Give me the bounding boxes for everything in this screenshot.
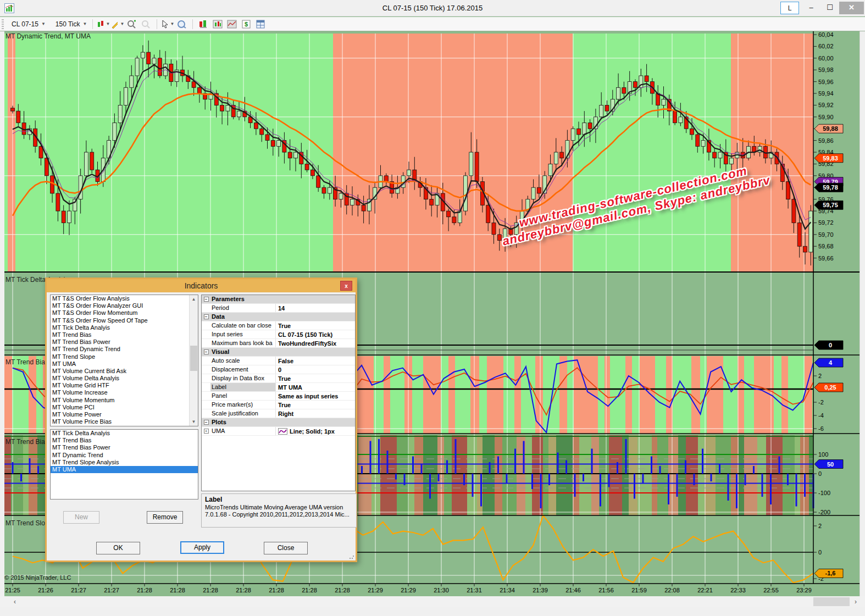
data-box-icon[interactable] <box>175 19 188 30</box>
grid-property-row[interactable]: Auto scaleFalse <box>202 357 355 365</box>
list-scrollbar[interactable]: ▲ ▼ <box>189 295 198 426</box>
zoom-out-icon[interactable] <box>140 19 153 30</box>
grid-group-row[interactable]: −Data <box>202 313 355 321</box>
hscroll-thumb[interactable] <box>813 597 850 606</box>
svg-text:21:56: 21:56 <box>598 587 614 593</box>
list-item[interactable]: MT Trend Dynamic Trend <box>51 346 189 353</box>
copyright-text: © 2015 NinjaTrader, LLC <box>4 574 71 581</box>
list-item[interactable]: MT UMA <box>51 360 189 368</box>
chart-region-icon[interactable] <box>225 19 239 30</box>
dialog-title[interactable]: Indicators <box>47 279 356 292</box>
order-entry-icon[interactable] <box>197 19 210 30</box>
scroll-down-icon[interactable]: ▼ <box>190 418 198 426</box>
dialog-close-button[interactable]: x <box>340 281 352 291</box>
svg-text:60,00: 60,00 <box>818 55 834 62</box>
svg-text:-4: -4 <box>818 412 824 419</box>
scroll-right-icon[interactable]: › <box>851 596 861 607</box>
list-item[interactable]: MT T&S Order Flow Speed Of Tape <box>51 317 189 324</box>
svg-text:59,86: 59,86 <box>818 137 834 144</box>
toolbar-grip[interactable] <box>2 19 4 29</box>
scroll-left-icon[interactable]: ‹ <box>10 596 20 607</box>
scroll-thumb[interactable] <box>190 346 197 371</box>
list-item[interactable]: MT T&S Order Flow Momentum <box>51 309 189 317</box>
svg-text:2: 2 <box>818 523 822 529</box>
added-list-item[interactable]: MT Trend Bias Power <box>51 444 198 451</box>
svg-text:22:21: 22:21 <box>697 587 713 593</box>
grid-property-row[interactable]: LabelMT UMA <box>202 383 355 392</box>
description-box: Label MicroTrends Ultimate Moving Averag… <box>201 493 357 528</box>
svg-text:0: 0 <box>829 342 832 348</box>
added-list-item[interactable]: MT Trend Bias <box>51 437 198 444</box>
svg-text:59,98: 59,98 <box>818 66 834 73</box>
list-item[interactable]: MT Volume Grid HTF <box>51 382 189 389</box>
grid-property-row[interactable]: Period14 <box>202 304 355 313</box>
ok-button[interactable]: OK <box>96 542 140 554</box>
list-item[interactable]: MT Volume Power <box>51 411 189 418</box>
indicators-dialog: Indicators x MT T&S Order Flow AnalysisM… <box>45 278 357 562</box>
data-grid-icon[interactable] <box>254 19 267 30</box>
added-list-item[interactable]: MT Dynamic Trend <box>51 452 198 459</box>
resize-grip[interactable] <box>349 554 354 559</box>
chart-trader-icon[interactable] <box>211 19 224 30</box>
list-item[interactable]: MT Volume Increase <box>51 389 189 396</box>
remove-button[interactable]: Remove <box>147 511 183 524</box>
toolbar-separator <box>192 19 193 29</box>
svg-text:0: 0 <box>818 470 822 477</box>
grid-property-row[interactable]: Price marker(s)True <box>202 401 355 409</box>
grid-group-row[interactable]: −Plots <box>202 418 355 427</box>
scroll-up-icon[interactable]: ▲ <box>190 295 198 303</box>
close-button[interactable]: ✕ <box>839 2 864 14</box>
grid-plot-row[interactable]: +UMALine; Solid; 1px <box>202 427 355 436</box>
list-item[interactable]: MT Volume Price Bias <box>51 418 189 425</box>
list-item[interactable]: MT Volume PCI <box>51 404 189 411</box>
list-item[interactable]: MT Volume Current Bid Ask <box>51 368 189 375</box>
svg-text:21:30: 21:30 <box>434 587 449 593</box>
vertical-scrollbar[interactable] <box>860 31 865 596</box>
grid-group-row[interactable]: −Visual <box>202 348 355 357</box>
svg-text:21:29: 21:29 <box>401 587 416 593</box>
draw-icon[interactable]: ▼ <box>111 19 124 30</box>
grid-property-row[interactable]: Calculate on bar closeTrue <box>202 321 355 330</box>
list-item[interactable]: MT Trend Bias <box>51 331 189 338</box>
added-list-item[interactable]: MT UMA <box>51 466 198 473</box>
available-indicators-list[interactable]: MT T&S Order Flow AnalysisMT T&S Order F… <box>50 295 198 426</box>
list-item[interactable]: MT Trend Slope <box>51 353 189 360</box>
grid-group-row[interactable]: −Parameters <box>202 295 355 304</box>
maximize-button[interactable]: ☐ <box>821 2 839 14</box>
added-list-item[interactable]: MT Trend Slope Analysis <box>51 459 198 466</box>
dialog-close-button-bottom[interactable]: Close <box>264 542 308 554</box>
grid-property-row[interactable]: Display in Data BoxTrue <box>202 374 355 383</box>
link-button[interactable]: L <box>780 2 799 14</box>
properties-grid[interactable]: −ParametersPeriod14−DataCalculate on bar… <box>201 295 356 491</box>
cursor-icon[interactable]: ▼ <box>161 19 174 30</box>
minimize-button[interactable]: – <box>802 2 820 14</box>
account-icon[interactable]: $ <box>240 19 253 30</box>
list-item[interactable]: MT Trend Bias Power <box>51 338 189 346</box>
chart-style-icon[interactable]: ▼ <box>97 19 110 30</box>
instrument-dropdown[interactable]: CL 07-15▼ <box>9 19 48 30</box>
apply-button[interactable]: Apply <box>180 541 224 554</box>
svg-text:59,68: 59,68 <box>818 243 834 249</box>
grid-property-row[interactable]: Scale justificationRight <box>202 409 355 418</box>
interval-dropdown[interactable]: 150 Tick▼ <box>53 19 90 30</box>
svg-text:2: 2 <box>818 373 822 379</box>
grid-property-row[interactable]: Maximum bars look baTwoHundredFiftySix <box>202 339 355 348</box>
svg-text:60,02: 60,02 <box>818 43 834 49</box>
grid-property-row[interactable]: Input seriesCL 07-15 (150 Tick) <box>202 330 355 339</box>
zoom-in-icon[interactable] <box>125 19 138 30</box>
list-item[interactable]: MT T&S Order Flow Analyzer GUI <box>51 302 189 309</box>
grid-property-row[interactable]: PanelSame as input series <box>202 392 355 401</box>
list-item[interactable]: MT T&S Order Flow Analysis <box>51 295 189 302</box>
added-list-item[interactable]: MT Tick Delta Analyis <box>51 430 198 437</box>
list-item[interactable]: MT Volume Delta Analyis <box>51 375 189 382</box>
svg-text:$: $ <box>245 21 248 27</box>
svg-text:21:28: 21:28 <box>269 587 284 593</box>
svg-text:-200: -200 <box>818 509 830 515</box>
svg-text:21:39: 21:39 <box>533 587 548 593</box>
grid-property-row[interactable]: Displacement0 <box>202 365 355 374</box>
horizontal-scrollbar[interactable]: ‹ › <box>0 596 865 607</box>
chevron-down-icon: ▼ <box>106 21 110 26</box>
added-indicators-list[interactable]: MT Tick Delta AnalyisMT Trend BiasMT Tre… <box>50 429 198 500</box>
list-item[interactable]: MT Tick Delta Analyis <box>51 324 189 331</box>
list-item[interactable]: MT Volume Momentum <box>51 397 189 404</box>
